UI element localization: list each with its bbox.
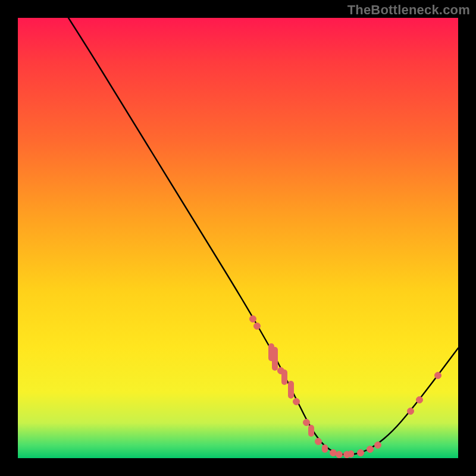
curve-marker-pill <box>322 444 328 453</box>
chart-frame: TheBottleneck.com <box>0 0 476 476</box>
curve-layer <box>18 18 458 458</box>
curve-marker-dot <box>336 452 343 458</box>
watermark-text: TheBottleneck.com <box>347 2 470 18</box>
curve-marker-dot <box>416 397 423 403</box>
curve-marker-dot <box>315 439 322 445</box>
curve-marker-pill <box>272 347 278 371</box>
curve-marker-pill <box>308 425 314 437</box>
curve-marker-dot <box>250 316 256 322</box>
curve-marker-dot <box>375 442 381 449</box>
curve-marker-dot <box>367 446 374 453</box>
curve-marker-dot <box>303 419 310 426</box>
curve-marker-dot <box>254 323 261 330</box>
curve-markers <box>250 316 441 458</box>
curve-marker-dot <box>330 450 337 456</box>
curve-marker-dot <box>293 399 300 405</box>
curve-marker-dot <box>435 372 441 379</box>
bottleneck-curve <box>68 18 458 455</box>
curve-marker-dot <box>358 450 364 456</box>
curve-marker-pill <box>348 450 354 458</box>
curve-marker-pill <box>281 369 287 385</box>
curve-marker-dot <box>408 408 414 415</box>
curve-marker-pill <box>288 381 294 399</box>
curve-pill-markers <box>268 343 354 458</box>
plot-area <box>18 18 458 458</box>
